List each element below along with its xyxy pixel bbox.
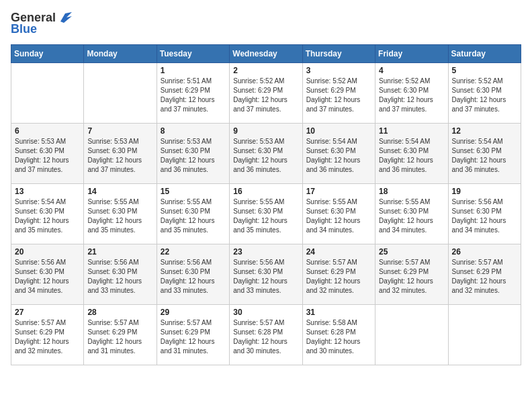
day-info: Sunrise: 5:56 AM Sunset: 6:30 PM Dayligh… bbox=[87, 258, 152, 295]
day-info: Sunrise: 5:53 AM Sunset: 6:30 PM Dayligh… bbox=[87, 137, 152, 175]
day-info: Sunrise: 5:57 AM Sunset: 6:28 PM Dayligh… bbox=[233, 318, 298, 356]
logo: General Blue bbox=[11, 11, 72, 36]
calendar-day-cell: 7Sunrise: 5:53 AM Sunset: 6:30 PM Daylig… bbox=[84, 124, 157, 184]
day-info: Sunrise: 5:55 AM Sunset: 6:30 PM Dayligh… bbox=[87, 197, 152, 235]
calendar-day-cell: 20Sunrise: 5:56 AM Sunset: 6:30 PM Dayli… bbox=[11, 244, 84, 305]
weekday-header-cell: Thursday bbox=[302, 45, 375, 63]
weekday-header-cell: Monday bbox=[84, 45, 157, 63]
day-info: Sunrise: 5:55 AM Sunset: 6:30 PM Dayligh… bbox=[161, 197, 226, 235]
weekday-header-cell: Sunday bbox=[11, 45, 84, 63]
day-number: 26 bbox=[452, 247, 517, 257]
day-number: 28 bbox=[87, 308, 152, 317]
logo-bird-icon bbox=[57, 12, 72, 23]
weekday-header-cell: Saturday bbox=[448, 45, 521, 63]
day-number: 8 bbox=[161, 126, 226, 136]
day-info: Sunrise: 5:52 AM Sunset: 6:30 PM Dayligh… bbox=[379, 77, 444, 114]
calendar-day-cell: 13Sunrise: 5:54 AM Sunset: 6:30 PM Dayli… bbox=[11, 184, 84, 244]
calendar-week-row: 13Sunrise: 5:54 AM Sunset: 6:30 PM Dayli… bbox=[11, 184, 521, 244]
calendar-body: 1Sunrise: 5:51 AM Sunset: 6:29 PM Daylig… bbox=[11, 63, 521, 365]
calendar-day-cell bbox=[84, 63, 157, 124]
day-info: Sunrise: 5:56 AM Sunset: 6:30 PM Dayligh… bbox=[161, 258, 226, 295]
calendar-day-cell: 1Sunrise: 5:51 AM Sunset: 6:29 PM Daylig… bbox=[157, 63, 229, 124]
day-info: Sunrise: 5:54 AM Sunset: 6:30 PM Dayligh… bbox=[15, 197, 80, 235]
day-info: Sunrise: 5:57 AM Sunset: 6:29 PM Dayligh… bbox=[452, 258, 517, 295]
calendar-week-row: 1Sunrise: 5:51 AM Sunset: 6:29 PM Daylig… bbox=[11, 63, 521, 124]
header: General Blue bbox=[11, 11, 521, 36]
day-number: 29 bbox=[161, 308, 226, 317]
calendar-day-cell: 10Sunrise: 5:54 AM Sunset: 6:30 PM Dayli… bbox=[302, 124, 375, 184]
weekday-header-cell: Friday bbox=[375, 45, 448, 63]
day-number: 14 bbox=[87, 187, 152, 196]
day-number: 1 bbox=[161, 66, 226, 75]
calendar-day-cell: 18Sunrise: 5:55 AM Sunset: 6:30 PM Dayli… bbox=[375, 184, 448, 244]
day-number: 3 bbox=[306, 66, 371, 75]
calendar-day-cell bbox=[448, 305, 521, 365]
calendar-day-cell: 26Sunrise: 5:57 AM Sunset: 6:29 PM Dayli… bbox=[448, 244, 521, 305]
day-number: 2 bbox=[233, 66, 298, 75]
calendar-day-cell: 14Sunrise: 5:55 AM Sunset: 6:30 PM Dayli… bbox=[84, 184, 157, 244]
day-number: 24 bbox=[306, 247, 371, 257]
weekday-header-cell: Wednesday bbox=[230, 45, 302, 63]
svg-marker-0 bbox=[60, 12, 72, 23]
calendar-day-cell: 29Sunrise: 5:57 AM Sunset: 6:29 PM Dayli… bbox=[157, 305, 229, 365]
logo-blue-text: Blue bbox=[11, 22, 37, 36]
calendar-day-cell: 15Sunrise: 5:55 AM Sunset: 6:30 PM Dayli… bbox=[157, 184, 229, 244]
day-info: Sunrise: 5:56 AM Sunset: 6:30 PM Dayligh… bbox=[452, 197, 517, 235]
day-number: 5 bbox=[452, 66, 517, 75]
day-number: 25 bbox=[379, 247, 444, 257]
day-number: 17 bbox=[306, 187, 371, 196]
calendar-day-cell: 8Sunrise: 5:53 AM Sunset: 6:30 PM Daylig… bbox=[157, 124, 229, 184]
day-info: Sunrise: 5:55 AM Sunset: 6:30 PM Dayligh… bbox=[379, 197, 444, 235]
calendar-day-cell: 3Sunrise: 5:52 AM Sunset: 6:29 PM Daylig… bbox=[302, 63, 375, 124]
weekday-header-cell: Tuesday bbox=[157, 45, 229, 63]
day-info: Sunrise: 5:56 AM Sunset: 6:30 PM Dayligh… bbox=[233, 258, 298, 295]
day-info: Sunrise: 5:57 AM Sunset: 6:29 PM Dayligh… bbox=[379, 258, 444, 295]
day-info: Sunrise: 5:56 AM Sunset: 6:30 PM Dayligh… bbox=[15, 258, 80, 295]
day-number: 21 bbox=[87, 247, 152, 257]
day-number: 12 bbox=[452, 126, 517, 136]
day-number: 22 bbox=[161, 247, 226, 257]
calendar-week-row: 6Sunrise: 5:53 AM Sunset: 6:30 PM Daylig… bbox=[11, 124, 521, 184]
calendar-day-cell: 24Sunrise: 5:57 AM Sunset: 6:29 PM Dayli… bbox=[302, 244, 375, 305]
calendar-day-cell: 19Sunrise: 5:56 AM Sunset: 6:30 PM Dayli… bbox=[448, 184, 521, 244]
calendar-day-cell: 23Sunrise: 5:56 AM Sunset: 6:30 PM Dayli… bbox=[230, 244, 302, 305]
day-number: 13 bbox=[15, 187, 80, 196]
day-info: Sunrise: 5:52 AM Sunset: 6:29 PM Dayligh… bbox=[233, 77, 298, 114]
day-info: Sunrise: 5:53 AM Sunset: 6:30 PM Dayligh… bbox=[233, 137, 298, 175]
day-number: 19 bbox=[452, 187, 517, 196]
calendar-week-row: 20Sunrise: 5:56 AM Sunset: 6:30 PM Dayli… bbox=[11, 244, 521, 305]
day-number: 18 bbox=[379, 187, 444, 196]
calendar-day-cell: 16Sunrise: 5:55 AM Sunset: 6:30 PM Dayli… bbox=[230, 184, 302, 244]
day-info: Sunrise: 5:54 AM Sunset: 6:30 PM Dayligh… bbox=[452, 137, 517, 175]
day-info: Sunrise: 5:58 AM Sunset: 6:28 PM Dayligh… bbox=[306, 318, 371, 356]
day-info: Sunrise: 5:52 AM Sunset: 6:29 PM Dayligh… bbox=[306, 77, 371, 114]
day-number: 23 bbox=[233, 247, 298, 257]
day-number: 15 bbox=[161, 187, 226, 196]
calendar-day-cell: 2Sunrise: 5:52 AM Sunset: 6:29 PM Daylig… bbox=[230, 63, 302, 124]
day-info: Sunrise: 5:57 AM Sunset: 6:29 PM Dayligh… bbox=[87, 318, 152, 356]
day-info: Sunrise: 5:54 AM Sunset: 6:30 PM Dayligh… bbox=[306, 137, 371, 175]
day-number: 9 bbox=[233, 126, 298, 136]
calendar: SundayMondayTuesdayWednesdayThursdayFrid… bbox=[11, 44, 521, 365]
day-number: 7 bbox=[87, 126, 152, 136]
calendar-day-cell: 25Sunrise: 5:57 AM Sunset: 6:29 PM Dayli… bbox=[375, 244, 448, 305]
day-number: 11 bbox=[379, 126, 444, 136]
day-number: 30 bbox=[233, 308, 298, 317]
weekday-header-row: SundayMondayTuesdayWednesdayThursdayFrid… bbox=[11, 45, 521, 63]
calendar-day-cell: 27Sunrise: 5:57 AM Sunset: 6:29 PM Dayli… bbox=[11, 305, 84, 365]
calendar-day-cell: 28Sunrise: 5:57 AM Sunset: 6:29 PM Dayli… bbox=[84, 305, 157, 365]
day-info: Sunrise: 5:53 AM Sunset: 6:30 PM Dayligh… bbox=[161, 137, 226, 175]
day-number: 4 bbox=[379, 66, 444, 75]
day-info: Sunrise: 5:57 AM Sunset: 6:29 PM Dayligh… bbox=[306, 258, 371, 295]
calendar-day-cell: 31Sunrise: 5:58 AM Sunset: 6:28 PM Dayli… bbox=[302, 305, 375, 365]
day-info: Sunrise: 5:55 AM Sunset: 6:30 PM Dayligh… bbox=[233, 197, 298, 235]
calendar-day-cell: 22Sunrise: 5:56 AM Sunset: 6:30 PM Dayli… bbox=[157, 244, 229, 305]
day-info: Sunrise: 5:57 AM Sunset: 6:29 PM Dayligh… bbox=[15, 318, 80, 356]
day-info: Sunrise: 5:53 AM Sunset: 6:30 PM Dayligh… bbox=[15, 137, 80, 175]
day-info: Sunrise: 5:51 AM Sunset: 6:29 PM Dayligh… bbox=[161, 77, 226, 114]
calendar-day-cell: 9Sunrise: 5:53 AM Sunset: 6:30 PM Daylig… bbox=[230, 124, 302, 184]
day-info: Sunrise: 5:54 AM Sunset: 6:30 PM Dayligh… bbox=[379, 137, 444, 175]
day-number: 27 bbox=[15, 308, 80, 317]
day-info: Sunrise: 5:57 AM Sunset: 6:29 PM Dayligh… bbox=[161, 318, 226, 356]
calendar-day-cell: 30Sunrise: 5:57 AM Sunset: 6:28 PM Dayli… bbox=[230, 305, 302, 365]
